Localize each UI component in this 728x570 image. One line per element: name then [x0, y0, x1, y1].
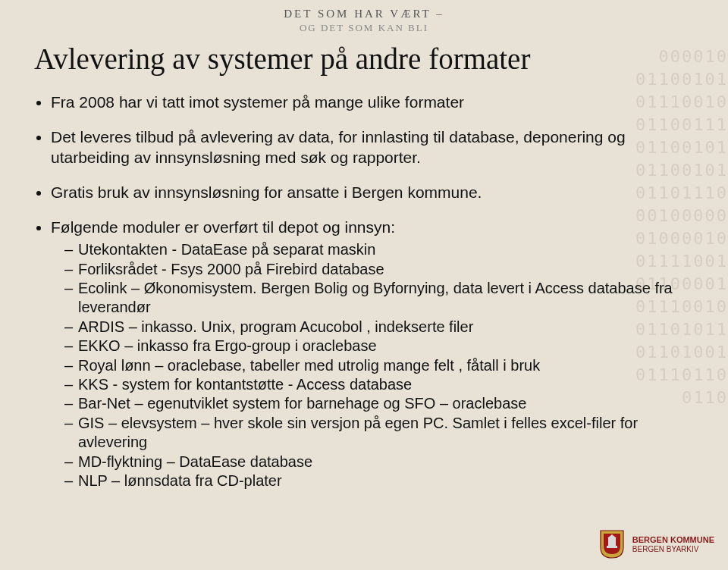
footer-dept: BERGEN BYARKIV: [632, 545, 714, 554]
sub-bullet-item: ARDIS – inkasso. Unix, program Acucobol …: [64, 318, 694, 337]
sub-bullet-item: Bar-Net – egenutviklet system for barneh…: [64, 394, 694, 413]
sub-bullet-item: Ecolink – Økonomisystem. Bergen Bolig og…: [64, 279, 694, 318]
sub-bullet-item: Utekontakten - DataEase på separat maski…: [64, 240, 694, 259]
sub-bullet-item: MD-flyktning – DataEase database: [64, 453, 694, 471]
sub-bullet-list: Utekontakten - DataEase på separat maski…: [51, 240, 694, 490]
sub-bullet-item: KKS - system for kontantstøtte - Access …: [64, 375, 694, 394]
footer-text: BERGEN KOMMUNE BERGEN BYARKIV: [632, 535, 714, 553]
slide-content: Avlevering av systemer på andre formater…: [0, 0, 728, 490]
bullet-text: Følgende moduler er overført til depot o…: [51, 218, 395, 236]
sub-bullet-item: GIS – elevsystem – hver skole sin versjo…: [64, 414, 694, 453]
sub-bullet-item: Royal lønn – oraclebase, tabeller med ut…: [64, 356, 694, 375]
crest-icon: [599, 529, 625, 559]
bullet-item: Fra 2008 har vi tatt imot systemer på ma…: [51, 92, 694, 112]
footer-org: BERGEN KOMMUNE: [632, 535, 714, 545]
bullet-item: Gratis bruk av innsynsløsning for ansatt…: [51, 183, 694, 202]
sub-bullet-item: NLP – lønnsdata fra CD-plater: [64, 471, 694, 490]
bullet-item: Følgende moduler er overført til depot o…: [51, 218, 694, 490]
sub-bullet-item: EKKO – inkasso fra Ergo-group i oracleba…: [64, 337, 694, 355]
bullet-list: Fra 2008 har vi tatt imot systemer på ma…: [34, 92, 694, 490]
svg-rect-1: [607, 546, 617, 548]
footer-logo: BERGEN KOMMUNE BERGEN BYARKIV: [599, 529, 714, 559]
bullet-item: Det leveres tilbud på avlevering av data…: [51, 127, 694, 168]
slide-title: Avlevering av systemer på andre formater: [34, 42, 694, 76]
sub-bullet-item: Forliksrådet - Fsys 2000 på Firebird dat…: [64, 260, 694, 279]
